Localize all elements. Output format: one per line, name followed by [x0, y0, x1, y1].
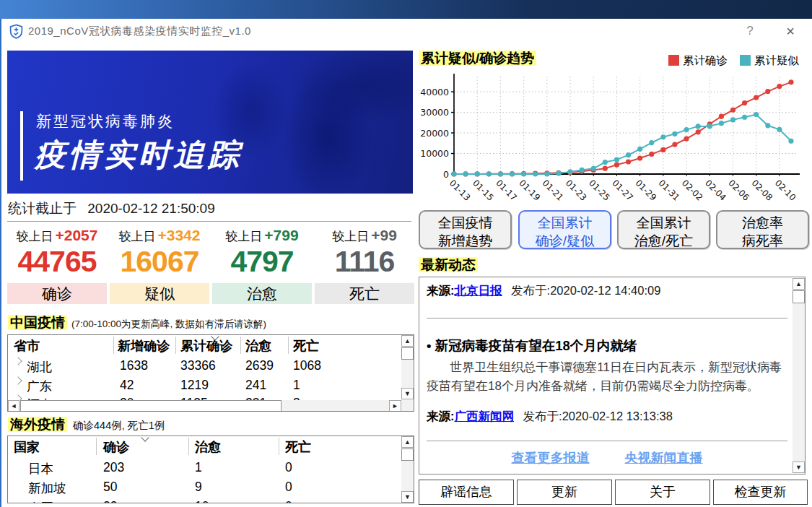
stat-label: 死亡 [315, 283, 414, 304]
svg-text:30000: 30000 [420, 107, 449, 118]
news-source-link[interactable]: 广西新闻网 [455, 410, 515, 422]
overseas-row-thailand[interactable]: 泰国 33 10 0 [8, 497, 398, 503]
svg-text:01-23: 01-23 [564, 178, 589, 203]
svg-text:0: 0 [443, 169, 449, 180]
stat-card-dead: 较上日+99 1116 死亡 [315, 227, 414, 304]
scroll-thumb[interactable] [793, 290, 805, 303]
banner-title: 疫情实时追踪 [35, 134, 243, 176]
sort-indicator-icon [141, 436, 149, 442]
svg-text:02-04: 02-04 [703, 178, 728, 203]
banner-accent-bar [20, 111, 23, 181]
col-cured[interactable]: 治愈 [245, 337, 271, 355]
cctv-live-link[interactable]: 央视新闻直播 [625, 451, 703, 465]
legend-swatch-confirmed [668, 55, 679, 66]
delta-label: 较上日 [225, 230, 262, 243]
divider [7, 221, 411, 222]
banner-subtitle: 新型冠状病毒肺炎 [36, 111, 175, 131]
svg-text:40000: 40000 [420, 87, 449, 98]
scroll-down-arrow[interactable]: ▼ [793, 462, 805, 473]
scroll-left-arrow[interactable]: ◄ [8, 400, 19, 412]
news-section-title: 最新动态 [419, 257, 478, 272]
col-dead[interactable]: 死亡 [285, 438, 311, 456]
screen: 2019_nCoV冠状病毒感染疫情实时监控_v1.0 ? × 新型冠状病毒肺炎 … [0, 0, 812, 507]
news-body: 世界卫生组织总干事谭德塞11日在日内瓦表示，新型冠状病毒疫苗有望在18个月内准备… [427, 358, 785, 396]
overseas-section-note: 确诊444例, 死亡1例 [73, 420, 165, 431]
legend-swatch-suspected [740, 55, 751, 66]
col-new-confirmed[interactable]: 新增确诊 [118, 337, 170, 355]
legend-suspected: 累计疑似 [740, 53, 799, 69]
tab-national-new-trend[interactable]: 全国疫情新增趋势 [419, 210, 512, 249]
overseas-section-header: 海外疫情确诊444例, 死亡1例 [8, 415, 165, 434]
close-button[interactable]: × [780, 22, 801, 40]
svg-text:02-08: 02-08 [750, 178, 775, 203]
col-cured[interactable]: 治愈 [195, 438, 221, 456]
title-bar[interactable]: 2019_nCoV冠状病毒感染疫情实时监控_v1.0 ? × [1, 19, 811, 45]
tab-cumulative-confirmed-suspected[interactable]: 全国累计确诊/疑似 [518, 210, 611, 249]
china-section-title: 中国疫情 [8, 315, 67, 330]
scroll-up-arrow[interactable]: ▲ [401, 436, 414, 448]
scroll-right-arrow[interactable]: ► [389, 400, 401, 412]
china-section-header: 中国疫情(7:00-10:00为更新高峰, 数据如有滞后请谅解) [8, 313, 266, 332]
delta-value: +2057 [56, 227, 98, 243]
help-button[interactable]: ? [739, 22, 761, 40]
stat-label: 疑似 [110, 283, 209, 304]
news-section-header: 最新动态 [419, 256, 478, 274]
scroll-down-arrow[interactable]: ▼ [401, 388, 414, 399]
overseas-row-japan[interactable]: 日本 203 1 0 [8, 458, 398, 477]
china-vscrollbar[interactable]: ▲ ▼ [401, 335, 414, 400]
stat-card-confirmed: 较上日+2057 44765 确诊 [7, 227, 107, 304]
check-update-button[interactable]: 检查更新 [713, 480, 808, 505]
col-province[interactable]: 省市 [14, 337, 40, 355]
app-shield-icon [9, 24, 24, 39]
scroll-up-arrow[interactable]: ▲ [401, 335, 414, 347]
row-expand-icon[interactable] [14, 357, 22, 365]
china-hscrollbar[interactable]: ◄ ► [8, 400, 401, 412]
svg-text:01-21: 01-21 [541, 178, 566, 203]
scroll-down-arrow[interactable]: ▼ [401, 491, 414, 503]
stat-label: 治愈 [212, 283, 312, 304]
tab-cure-fatality-rate[interactable]: 治愈率病死率 [716, 210, 809, 249]
news-vscrollbar[interactable]: ▲ ▼ [793, 278, 805, 473]
scroll-up-arrow[interactable]: ▲ [793, 278, 805, 290]
china-row-guangdong[interactable]: 广东 42 1219 241 1 [8, 376, 398, 395]
delta-label: 较上日 [17, 230, 53, 243]
china-row-hubei[interactable]: 湖北 1638 33366 2639 1068 [8, 356, 398, 376]
rumor-info-button[interactable]: 辟谣信息 [419, 480, 514, 505]
stats-cutoff-datetime: 2020-02-12 21:50:09 [87, 201, 214, 216]
svg-text:02-02: 02-02 [680, 178, 705, 203]
china-table: 省市 新增确诊 累计确诊 治愈 死亡 湖北 1638 33366 2639 10… [7, 334, 414, 412]
svg-text:02-06: 02-06 [726, 178, 751, 203]
overseas-row-singapore[interactable]: 新加坡 50 9 0 [8, 477, 398, 497]
news-source-line-1: 来源:北京日报 发布于:2020-02-12 14:40:09 [427, 283, 660, 299]
scroll-thumb[interactable] [401, 448, 414, 461]
delta-value: +799 [264, 227, 298, 243]
scroll-thumb[interactable] [401, 347, 414, 360]
china-table-header: 省市 新增确诊 累计确诊 治愈 死亡 [8, 335, 414, 356]
news-source-line-2: 来源:广西新闻网 发布于:2020-02-12 13:13:38 [427, 409, 673, 425]
stat-card-suspected: 较上日+3342 16067 疑似 [110, 227, 209, 304]
scroll-thumb[interactable] [20, 400, 281, 412]
delta-label: 较上日 [332, 230, 369, 243]
col-confirmed[interactable]: 确诊 [103, 438, 129, 456]
overseas-section-title: 海外疫情 [8, 417, 67, 432]
refresh-button[interactable]: 更新 [517, 480, 612, 505]
more-reports-link[interactable]: 查看更多报道 [511, 451, 589, 465]
china-section-note: (7:00-10:00为更新高峰, 数据如有滞后请谅解) [71, 318, 266, 329]
col-total-confirmed[interactable]: 累计确诊 [180, 337, 232, 355]
news-source-link[interactable]: 北京日报 [455, 284, 502, 297]
window-title: 2019_nCoV冠状病毒感染疫情实时监控_v1.0 [28, 25, 251, 38]
stat-value: 1116 [315, 244, 414, 279]
delta-label: 较上日 [119, 230, 156, 243]
col-dead[interactable]: 死亡 [293, 337, 319, 355]
divider [427, 318, 787, 318]
overseas-vscrollbar[interactable]: ▲ ▼ [401, 436, 414, 503]
news-headline[interactable]: • 新冠病毒疫苗有望在18个月内就绪 [427, 337, 637, 355]
tab-cumulative-cured-dead[interactable]: 全国累计治愈/死亡 [617, 210, 710, 249]
about-button[interactable]: 关于 [615, 480, 710, 505]
row-expand-icon[interactable] [14, 376, 22, 384]
col-country[interactable]: 国家 [14, 438, 40, 456]
news-links: 查看更多报道 央视新闻直播 [419, 449, 795, 467]
news-published: 发布于:2020-02-12 13:13:38 [523, 410, 673, 422]
svg-text:20000: 20000 [420, 128, 449, 139]
stats-cutoff-label: 统计截止于 [8, 201, 77, 216]
